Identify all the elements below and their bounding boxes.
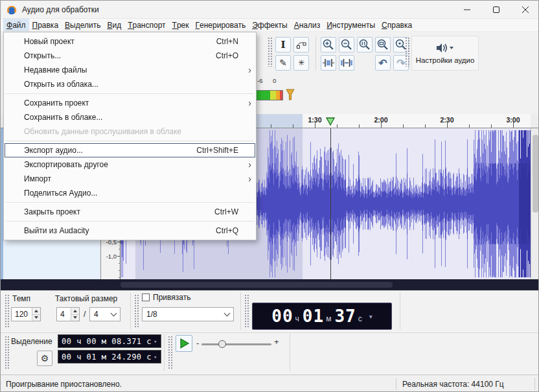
redo-icon: ↷ bbox=[396, 57, 405, 69]
menu-item-new-project[interactable]: Новый проектCtrl+N bbox=[5, 34, 255, 49]
menubar-item-tools[interactable]: Инструменты bbox=[323, 19, 378, 31]
menu-item-recent-files[interactable]: Недавние файлы› bbox=[5, 63, 255, 77]
gear-icon: ⚙ bbox=[41, 353, 49, 363]
submenu-arrow-icon: › bbox=[242, 65, 251, 75]
close-button[interactable] bbox=[510, 1, 539, 19]
zoom-selection-button[interactable] bbox=[357, 37, 373, 52]
audio-settings-button[interactable]: Настройки аудио bbox=[411, 36, 479, 71]
zoom-in-button[interactable] bbox=[321, 37, 336, 52]
titlebar: Аудио для обработки bbox=[1, 1, 539, 19]
meter-tick-label: -6 bbox=[257, 77, 262, 84]
pencil-icon: ✎ bbox=[279, 58, 287, 68]
selection-toolbar-grip[interactable] bbox=[5, 336, 9, 369]
menubar-item-tracks[interactable]: Трек bbox=[169, 19, 192, 31]
menu-item-export-other[interactable]: Экспортировать другое› bbox=[5, 157, 255, 172]
time-signature-slash: / bbox=[84, 310, 86, 319]
minimize-button[interactable] bbox=[452, 1, 481, 19]
zoom-out-button[interactable] bbox=[339, 37, 354, 52]
silence-audio-icon bbox=[339, 58, 354, 68]
menu-item-export-audio[interactable]: Экспорт аудио...Ctrl+Shift+E bbox=[5, 143, 255, 157]
submenu-arrow-icon: › bbox=[242, 160, 251, 169]
ts-down-button[interactable] bbox=[71, 314, 79, 321]
menubar-item-view[interactable]: Вид bbox=[104, 19, 124, 31]
speed-minus-label: - bbox=[196, 338, 199, 348]
menu-item-save-to-cloud[interactable]: Сохранить в облаке... bbox=[5, 110, 255, 124]
menubar-item-help[interactable]: Справка bbox=[378, 19, 415, 31]
audio-setup-grip[interactable] bbox=[405, 37, 409, 67]
tempo-up-button[interactable] bbox=[32, 308, 40, 314]
time-signature-upper-input[interactable]: 4 bbox=[56, 307, 80, 321]
chevron-down-icon bbox=[224, 310, 231, 317]
menu-separator bbox=[6, 93, 254, 94]
selection-end-field[interactable]: 00 ч 01 м 24.290 с▾ bbox=[58, 350, 161, 363]
menu-item-open-from-cloud[interactable]: Открыть из облака... bbox=[5, 77, 255, 91]
toolbar-grip[interactable] bbox=[268, 37, 272, 67]
menu-item-import[interactable]: Импорт› bbox=[5, 172, 255, 186]
selection-settings-button[interactable]: ⚙ bbox=[37, 351, 52, 366]
menu-item-share-audio[interactable]: Поделиться Аудио... bbox=[5, 186, 255, 200]
tool-envelope-button[interactable] bbox=[293, 37, 309, 52]
zoom-project-button[interactable] bbox=[375, 37, 391, 52]
menubar-item-analyze[interactable]: Анализ bbox=[291, 19, 324, 31]
play-speed-grip[interactable] bbox=[168, 336, 172, 369]
menu-item-exit[interactable]: Выйти из AudacityCtrl+Q bbox=[5, 224, 255, 238]
menu-item-open[interactable]: Открыть...Ctrl+O bbox=[5, 49, 255, 63]
maximize-button[interactable] bbox=[481, 1, 510, 19]
menubar-item-file[interactable]: Файл bbox=[3, 19, 29, 31]
speaker-icon bbox=[436, 43, 454, 53]
trim-audio-button[interactable] bbox=[321, 55, 336, 71]
chevron-down-icon bbox=[111, 310, 117, 317]
time-signature-lower-select[interactable]: 4 bbox=[89, 307, 120, 321]
dropdown-arrow-icon[interactable]: ▾ bbox=[369, 313, 373, 320]
snap-select[interactable]: 1/8 bbox=[142, 307, 234, 321]
silence-audio-button[interactable] bbox=[339, 55, 354, 71]
zoom-in-icon bbox=[322, 38, 335, 51]
vertical-scrollbar[interactable] bbox=[531, 128, 539, 279]
time-toolbar-grip[interactable] bbox=[244, 294, 249, 328]
play-at-speed-button[interactable] bbox=[176, 335, 192, 352]
time-display[interactable]: 00ч 01м 37с ▾ bbox=[252, 303, 392, 330]
zoom-out-icon bbox=[340, 38, 353, 51]
track-bottom-strip bbox=[1, 279, 539, 290]
speed-slider-thumb[interactable] bbox=[218, 340, 226, 348]
menubar-item-generate[interactable]: Генерировать bbox=[192, 19, 249, 31]
tempo-label: Темп bbox=[12, 294, 30, 303]
menubar-item-transport[interactable]: Транспорт bbox=[124, 19, 168, 31]
snap-label: Привязать bbox=[153, 293, 190, 302]
snap-toolbar-grip[interactable] bbox=[134, 294, 139, 328]
tempo-down-button[interactable] bbox=[32, 314, 40, 321]
ruler-right-filler bbox=[531, 114, 539, 128]
status-left-text: Проигрывание приостановлено. bbox=[6, 380, 122, 389]
selection-start-field[interactable]: 00 ч 00 м 08.371 с▾ bbox=[58, 334, 161, 348]
playhead-marker[interactable] bbox=[326, 117, 335, 126]
meter-tick-label: 0 bbox=[273, 77, 276, 84]
speed-slider-track[interactable] bbox=[201, 343, 271, 345]
ts-up-button[interactable] bbox=[71, 308, 79, 314]
menubar: Файл Правка Выделить Вид Транспорт Трек … bbox=[1, 19, 539, 32]
menu-item-close-project[interactable]: Закрыть проектCtrl+W bbox=[5, 205, 255, 219]
submenu-arrow-icon: › bbox=[242, 174, 251, 183]
zoom-project-icon bbox=[376, 38, 389, 51]
tempo-input[interactable]: 120 bbox=[11, 307, 41, 321]
menubar-item-edit[interactable]: Правка bbox=[29, 19, 62, 31]
tool-multi-button[interactable]: ✳ bbox=[293, 55, 309, 71]
tempo-toolbar-grip[interactable] bbox=[5, 294, 9, 328]
dropdown-arrow-icon[interactable]: ▾ bbox=[154, 338, 157, 345]
snap-checkbox[interactable] bbox=[142, 294, 150, 301]
dropdown-arrow-icon[interactable]: ▾ bbox=[154, 354, 157, 360]
audacity-window: Аудио для обработки Файл Правка Выделить… bbox=[0, 0, 539, 392]
trim-audio-icon bbox=[321, 58, 336, 68]
tool-draw-button[interactable]: ✎ bbox=[275, 55, 291, 71]
scrollbar-thumb[interactable] bbox=[533, 135, 538, 213]
audio-settings-label: Настройки аудио bbox=[416, 56, 475, 64]
menubar-item-effect[interactable]: Эффекты bbox=[249, 19, 291, 31]
undo-button[interactable]: ↶ bbox=[375, 55, 391, 71]
ibeam-icon: I bbox=[281, 39, 285, 51]
menubar-item-select[interactable]: Выделить bbox=[62, 19, 104, 31]
menu-item-save-project[interactable]: Сохранить проект› bbox=[5, 96, 255, 110]
playback-meter[interactable] bbox=[255, 90, 283, 100]
playhead-line bbox=[330, 128, 331, 279]
zoom-selection-icon bbox=[358, 38, 371, 51]
tool-selection-button[interactable]: I bbox=[275, 37, 291, 52]
horizontal-scrollbar-thumb[interactable] bbox=[120, 282, 393, 288]
